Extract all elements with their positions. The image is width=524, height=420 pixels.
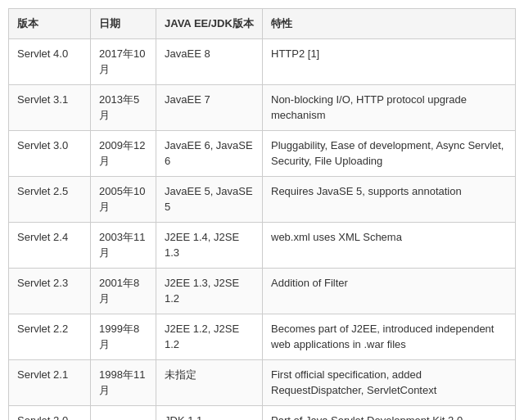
cell-version: Servlet 2.5 xyxy=(9,176,91,222)
cell-feature: Addition of Filter xyxy=(263,268,516,314)
cell-feature: Part of Java Servlet Development Kit 2.0 xyxy=(263,405,516,420)
cell-version: Servlet 4.0 xyxy=(9,38,91,84)
cell-java: JavaEE 8 xyxy=(156,38,263,84)
cell-feature: Non-blocking I/O, HTTP protocol upgrade … xyxy=(263,84,516,130)
header-date: 日期 xyxy=(91,9,156,39)
cell-version: Servlet 2.4 xyxy=(9,222,91,268)
table-row: Servlet 3.02009年12月JavaEE 6, JavaSE 6Plu… xyxy=(9,130,516,176)
cell-feature: Pluggability, Ease of development, Async… xyxy=(263,130,516,176)
cell-java: JavaEE 5, JavaSE 5 xyxy=(156,176,263,222)
table-row: Servlet 2.52005年10月JavaEE 5, JavaSE 5Req… xyxy=(9,176,516,222)
table-row: Servlet 2.0JDK 1.1Part of Java Servlet D… xyxy=(9,405,516,420)
cell-feature: Requires JavaSE 5, supports annotation xyxy=(263,176,516,222)
cell-java: J2EE 1.4, J2SE 1.3 xyxy=(156,222,263,268)
table-row: Servlet 2.21999年8月J2EE 1.2, J2SE 1.2Beco… xyxy=(9,314,516,359)
cell-version: Servlet 2.3 xyxy=(9,268,91,314)
cell-feature: First official specification, added Requ… xyxy=(263,359,516,405)
cell-version: Servlet 3.0 xyxy=(9,130,91,176)
cell-java: J2EE 1.2, J2SE 1.2 xyxy=(156,314,263,359)
header-feature: 特性 xyxy=(263,9,516,39)
cell-version: Servlet 2.2 xyxy=(9,314,91,359)
table-row: Servlet 2.42003年11月J2EE 1.4, J2SE 1.3web… xyxy=(9,222,516,268)
cell-feature: HTTP2 [1] xyxy=(263,38,516,84)
table-row: Servlet 2.11998年11月未指定First official spe… xyxy=(9,359,516,405)
cell-java: JDK 1.1 xyxy=(156,405,263,420)
table-row: Servlet 4.02017年10月JavaEE 8HTTP2 [1] xyxy=(9,38,516,84)
cell-date: 1998年11月 xyxy=(91,359,156,405)
main-container: 版本 日期 JAVA EE/JDK版本 特性 Servlet 4.02017年1… xyxy=(0,0,524,420)
cell-java: JavaEE 6, JavaSE 6 xyxy=(156,130,263,176)
table-header-row: 版本 日期 JAVA EE/JDK版本 特性 xyxy=(9,9,516,39)
cell-java: J2EE 1.3, J2SE 1.2 xyxy=(156,268,263,314)
cell-date: 2013年5月 xyxy=(91,84,156,130)
cell-version: Servlet 2.0 xyxy=(9,405,91,420)
cell-feature: Becomes part of J2EE, introduced indepen… xyxy=(263,314,516,359)
cell-version: Servlet 2.1 xyxy=(9,359,91,405)
table-row: Servlet 2.32001年8月J2EE 1.3, J2SE 1.2Addi… xyxy=(9,268,516,314)
cell-date: 2017年10月 xyxy=(91,38,156,84)
cell-date: 2003年11月 xyxy=(91,222,156,268)
cell-version: Servlet 3.1 xyxy=(9,84,91,130)
cell-java: JavaEE 7 xyxy=(156,84,263,130)
cell-java: 未指定 xyxy=(156,359,263,405)
cell-date xyxy=(91,405,156,420)
header-java: JAVA EE/JDK版本 xyxy=(156,9,263,39)
servlet-table: 版本 日期 JAVA EE/JDK版本 特性 Servlet 4.02017年1… xyxy=(8,8,516,420)
cell-feature: web.xml uses XML Schema xyxy=(263,222,516,268)
cell-date: 2009年12月 xyxy=(91,130,156,176)
cell-date: 1999年8月 xyxy=(91,314,156,359)
table-row: Servlet 3.12013年5月JavaEE 7Non-blocking I… xyxy=(9,84,516,130)
cell-date: 2005年10月 xyxy=(91,176,156,222)
cell-date: 2001年8月 xyxy=(91,268,156,314)
header-version: 版本 xyxy=(9,9,91,39)
